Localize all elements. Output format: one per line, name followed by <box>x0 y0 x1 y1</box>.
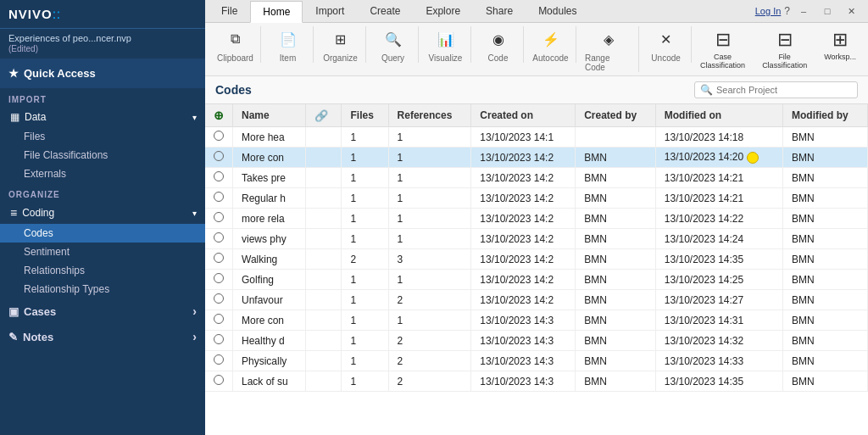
row-modified: 13/10/2023 14:21 <box>655 188 782 209</box>
col-modified-on[interactable]: Modified on <box>655 104 782 127</box>
cases-arrow: › <box>192 304 197 318</box>
tab-explore[interactable]: Explore <box>413 0 473 22</box>
clipboard-button[interactable]: ⧉ <box>219 26 253 52</box>
row-files: 2 <box>342 249 388 270</box>
clipboard-group-items: ⧉ <box>219 26 253 52</box>
col-created-on[interactable]: Created on <box>471 104 576 127</box>
sidebar-item-sentiment[interactable]: Sentiment <box>0 243 205 261</box>
uncode-group-items: ✕ <box>649 26 683 52</box>
col-references[interactable]: References <box>388 104 471 127</box>
row-link <box>306 310 342 331</box>
row-created: 13/10/2023 14:2 <box>471 249 576 270</box>
sidebar-item-externals[interactable]: Externals <box>0 165 205 183</box>
row-modified-by: BMN <box>783 249 868 270</box>
workspace-button[interactable]: ⊞ Worksp... <box>817 26 863 64</box>
code-group-items: ◉ <box>481 26 515 52</box>
file-classification-label: FileClassification <box>762 53 807 70</box>
table-row[interactable]: Physically 1 2 13/10/2023 14:3 BMN 13/10… <box>205 351 868 371</box>
table-row[interactable]: More hea 1 1 13/10/2023 14:1 13/10/2023 … <box>205 127 868 148</box>
case-classification-label: CaseClassification <box>700 53 745 70</box>
item-button[interactable]: 📄 <box>271 26 305 52</box>
row-refs: 1 <box>388 188 471 209</box>
table-row[interactable]: Lack of su 1 2 13/10/2023 14:3 BMN 13/10… <box>205 371 868 392</box>
range-code-label: Range Code <box>585 53 632 72</box>
table-row[interactable]: Healthy d 1 2 13/10/2023 14:3 BMN 13/10/… <box>205 331 868 351</box>
col-modified-by[interactable]: Modified by <box>783 104 868 127</box>
table-row[interactable]: More con 1 1 13/10/2023 14:3 BMN 13/10/2… <box>205 310 868 331</box>
query-group-items: 🔍 <box>376 26 410 52</box>
visualize-label: Visualize <box>429 53 463 63</box>
table-row[interactable]: Regular h 1 1 13/10/2023 14:2 BMN 13/10/… <box>205 188 868 209</box>
minimize-btn[interactable]: – <box>793 3 814 19</box>
search-input[interactable] <box>716 85 852 95</box>
login-link[interactable]: Log In <box>755 6 782 16</box>
range-code-button[interactable]: ◈ <box>592 26 626 52</box>
row-modified-by: BMN <box>783 209 868 229</box>
ribbon-group-range-code: ◈ Range Code <box>578 26 639 72</box>
sidebar-item-cases[interactable]: ▣ Cases › <box>0 298 205 324</box>
ribbon-group-autocode: ⚡ Autocode <box>526 26 576 63</box>
item-icon: 📄 <box>278 29 298 49</box>
row-refs: 1 <box>388 209 471 229</box>
row-radio <box>205 127 233 148</box>
tab-modules[interactable]: Modules <box>526 0 589 22</box>
table-header-row: ⊕ Name 🔗 Files References Created on Cre… <box>205 104 868 127</box>
tab-create[interactable]: Create <box>357 0 413 22</box>
sidebar-item-codes[interactable]: Codes <box>0 224 205 243</box>
query-label: Query <box>381 53 404 63</box>
row-refs: 1 <box>388 127 471 148</box>
row-modified-by: BMN <box>783 290 868 310</box>
table-row[interactable]: views phy 1 1 13/10/2023 14:2 BMN 13/10/… <box>205 229 868 249</box>
query-button[interactable]: 🔍 <box>376 26 410 52</box>
table-row[interactable]: Unfavour 1 2 13/10/2023 14:2 BMN 13/10/2… <box>205 290 868 310</box>
tab-share[interactable]: Share <box>473 0 526 22</box>
quick-access-section[interactable]: ★ Quick Access <box>0 59 205 88</box>
autocode-button[interactable]: ⚡ <box>534 26 568 52</box>
tab-import[interactable]: Import <box>303 0 357 22</box>
table-row[interactable]: Takes pre 1 1 13/10/2023 14:2 BMN 13/10/… <box>205 168 868 188</box>
file-classification-button[interactable]: ⊟ FileClassification <box>755 26 814 72</box>
row-radio <box>205 249 233 270</box>
row-files: 1 <box>342 127 388 148</box>
search-box[interactable]: 🔍 <box>694 81 858 98</box>
maximize-btn[interactable]: □ <box>817 3 837 19</box>
col-name[interactable]: Name <box>233 104 306 127</box>
ribbon-group-code: ◉ Code <box>473 26 524 63</box>
sidebar-item-data[interactable]: ▦ Data ▾ <box>0 107 205 127</box>
ribbon-group-clipboard: ⧉ Clipboard <box>210 26 261 63</box>
row-created-by: BMN <box>576 168 656 188</box>
code-button[interactable]: ◉ <box>481 26 515 52</box>
table-row[interactable]: Walking 2 3 13/10/2023 14:2 BMN 13/10/20… <box>205 249 868 270</box>
sidebar-item-relationship-types[interactable]: Relationship Types <box>0 280 205 298</box>
table-row[interactable]: more rela 1 1 13/10/2023 14:2 BMN 13/10/… <box>205 209 868 229</box>
row-name: More con <box>233 310 306 331</box>
organize-button[interactable]: ⊞ <box>324 26 358 52</box>
sidebar-item-coding[interactable]: ≡ Coding ▾ <box>0 202 205 224</box>
uncode-button[interactable]: ✕ <box>649 26 683 52</box>
row-created: 13/10/2023 14:3 <box>471 331 576 351</box>
case-classification-button[interactable]: ⊟ CaseClassification <box>693 26 752 72</box>
table-row[interactable]: Golfing 1 1 13/10/2023 14:2 BMN 13/10/20… <box>205 270 868 290</box>
coding-arrow: ▾ <box>192 209 197 218</box>
close-btn[interactable]: ✕ <box>841 3 861 19</box>
help-icon[interactable]: ? <box>784 5 790 17</box>
sidebar-item-files[interactable]: Files <box>0 127 205 146</box>
sidebar-item-file-classifications[interactable]: File Classifications <box>0 146 205 165</box>
table-row[interactable]: More con 1 1 13/10/2023 14:2 BMN 13/10/2… <box>205 148 868 168</box>
row-created-by: BMN <box>576 209 656 229</box>
row-created: 13/10/2023 14:3 <box>471 310 576 331</box>
sidebar-item-notes[interactable]: ✎ Notes › <box>0 324 205 349</box>
col-files[interactable]: Files <box>342 104 388 127</box>
sidebar-item-relationships[interactable]: Relationships <box>0 261 205 280</box>
tab-file[interactable]: File <box>209 0 250 22</box>
item-label: Item <box>280 53 296 63</box>
row-radio <box>205 331 233 351</box>
code-icon: ◉ <box>488 29 509 49</box>
ribbon-group-query: 🔍 Query <box>368 26 419 63</box>
table-body: More hea 1 1 13/10/2023 14:1 13/10/2023 … <box>205 127 868 392</box>
col-created-by[interactable]: Created by <box>576 104 656 127</box>
tab-home[interactable]: Home <box>250 1 303 23</box>
data-table: ⊕ Name 🔗 Files References Created on Cre… <box>205 104 868 435</box>
row-name: views phy <box>233 229 306 249</box>
visualize-button[interactable]: 📊 <box>429 26 463 52</box>
